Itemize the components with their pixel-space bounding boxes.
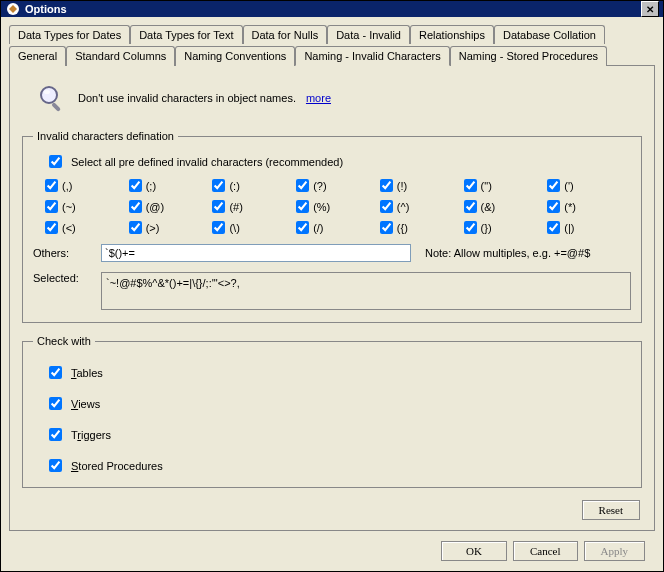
tab-data-types-dates[interactable]: Data Types for Dates [9,25,130,44]
tab-strip: Data Types for Dates Data Types for Text… [9,25,655,66]
char-tilde: (~) [45,200,129,213]
close-icon[interactable]: ✕ [641,1,659,17]
tab-data-types-text[interactable]: Data Types for Text [130,25,242,44]
char-star-checkbox[interactable] [547,200,560,213]
magnifier-icon [36,82,68,114]
cancel-button[interactable]: Cancel [513,541,578,561]
check-with-legend: Check with [33,335,95,347]
hint-text: Don't use invalid characters in object n… [78,92,296,104]
char-hash: (#) [212,200,296,213]
char-tilde-checkbox[interactable] [45,200,58,213]
char-hash-checkbox[interactable] [212,200,225,213]
reset-button[interactable]: Reset [582,500,640,520]
tab-general[interactable]: General [9,46,66,66]
tab-naming-conventions[interactable]: Naming Conventions [175,46,295,66]
char-caret: (^) [380,200,464,213]
svg-rect-2 [51,102,61,112]
check-with-fieldset: Check with Tables Views Triggers Stored … [22,335,642,488]
char-gt-checkbox[interactable] [129,221,142,234]
check-tables-label: Tables [71,367,103,379]
invalid-chars-fieldset: Invalid characters defination Select all… [22,130,642,323]
check-views-label: Views [71,398,100,410]
char-dquote: (") [464,179,548,192]
check-views-checkbox[interactable] [49,397,62,410]
char-lt-checkbox[interactable] [45,221,58,234]
check-triggers: Triggers [45,425,631,444]
char-percent: (%) [296,200,380,213]
char-lt: (<) [45,221,129,234]
window-title: Options [25,3,641,15]
char-colon-checkbox[interactable] [212,179,225,192]
char-lbrace: ({) [380,221,464,234]
char-comma-checkbox[interactable] [45,179,58,192]
char-rbrace: (}) [464,221,548,234]
char-question-checkbox[interactable] [296,179,309,192]
char-dquote-checkbox[interactable] [464,179,477,192]
tab-naming-stored-procedures[interactable]: Naming - Stored Procedures [450,46,607,66]
char-pipe: (|) [547,221,631,234]
check-views: Views [45,394,631,413]
tab-data-nulls[interactable]: Data for Nulls [243,25,328,44]
char-colon: (:) [212,179,296,192]
char-bslash-checkbox[interactable] [212,221,225,234]
others-note: Note: Allow multiples, e.g. +=@#$ [425,247,590,259]
check-stored-procedures: Stored Procedures [45,456,631,475]
char-question: (?) [296,179,380,192]
char-pipe-checkbox[interactable] [547,221,560,234]
check-triggers-checkbox[interactable] [49,428,62,441]
svg-point-3 [44,90,50,94]
char-exclam: (!) [380,179,464,192]
char-squote-checkbox[interactable] [547,179,560,192]
char-caret-checkbox[interactable] [380,200,393,213]
tab-panel: Don't use invalid characters in object n… [9,65,655,531]
char-grid: (,) (;) (:) (?) (!) (") (') (~) (@) (#) … [45,179,631,234]
others-input[interactable] [101,244,411,262]
select-all-label: Select all pre defined invalid character… [71,156,343,168]
selected-label: Selected: [33,272,93,284]
char-amp: (&) [464,200,548,213]
char-at-checkbox[interactable] [129,200,142,213]
tab-data-invalid[interactable]: Data - Invalid [327,25,410,44]
char-rbrace-checkbox[interactable] [464,221,477,234]
selected-box: `~!@#$%^&*()+=|\{}/;:'"<>?, [101,272,631,310]
char-fslash-checkbox[interactable] [296,221,309,234]
char-fslash: (/) [296,221,380,234]
char-semicolon-checkbox[interactable] [129,179,142,192]
apply-button[interactable]: Apply [584,541,646,561]
hint-row: Don't use invalid characters in object n… [36,82,644,114]
tab-relationships[interactable]: Relationships [410,25,494,44]
check-stored-procedures-label: Stored Procedures [71,460,163,472]
invalid-chars-legend: Invalid characters defination [33,130,178,142]
char-bslash: (\) [212,221,296,234]
char-exclam-checkbox[interactable] [380,179,393,192]
footer-buttons: OK Cancel Apply [9,531,655,572]
char-at: (@) [129,200,213,213]
check-triggers-label: Triggers [71,429,111,441]
select-all-checkbox[interactable] [49,155,62,168]
char-star: (*) [547,200,631,213]
char-comma: (,) [45,179,129,192]
others-label: Others: [33,247,93,259]
app-icon [5,1,21,17]
char-lbrace-checkbox[interactable] [380,221,393,234]
char-gt: (>) [129,221,213,234]
tab-standard-columns[interactable]: Standard Columns [66,46,175,66]
svg-point-1 [41,87,57,103]
options-window: Options ✕ Data Types for Dates Data Type… [0,0,664,572]
tab-database-collation[interactable]: Database Collation [494,25,605,44]
ok-button[interactable]: OK [441,541,507,561]
check-tables: Tables [45,363,631,382]
char-percent-checkbox[interactable] [296,200,309,213]
tab-naming-invalid-characters[interactable]: Naming - Invalid Characters [295,46,449,66]
content: Data Types for Dates Data Types for Text… [1,17,663,572]
hint-more-link[interactable]: more [306,92,331,104]
check-tables-checkbox[interactable] [49,366,62,379]
char-squote: (') [547,179,631,192]
titlebar: Options ✕ [1,1,663,17]
check-stored-procedures-checkbox[interactable] [49,459,62,472]
char-amp-checkbox[interactable] [464,200,477,213]
char-semicolon: (;) [129,179,213,192]
